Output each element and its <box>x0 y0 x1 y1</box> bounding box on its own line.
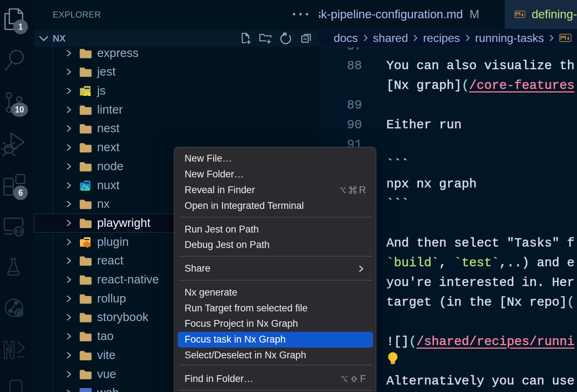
svg-text:6: 6 <box>18 188 23 197</box>
svg-text:10: 10 <box>15 105 24 114</box>
svg-text:1: 1 <box>18 22 23 32</box>
